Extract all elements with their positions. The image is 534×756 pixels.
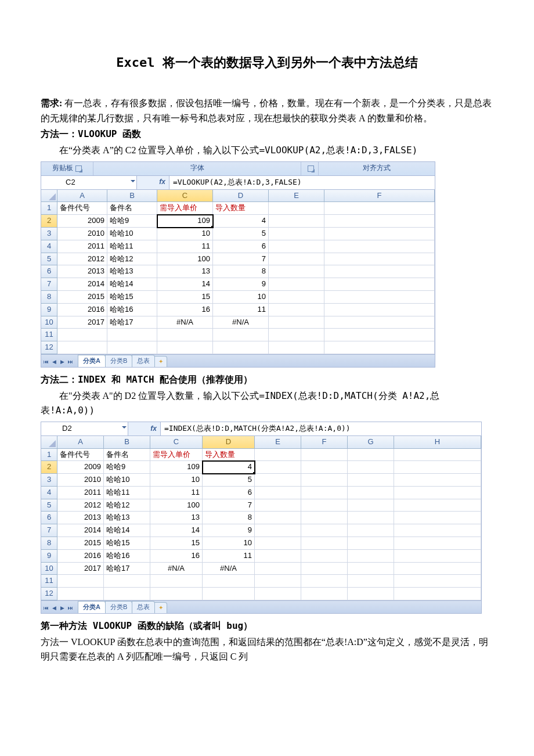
col-header[interactable]: F xyxy=(301,436,348,449)
sheet-tab[interactable]: 分类B xyxy=(105,355,132,367)
cell[interactable] xyxy=(394,474,481,487)
col-header[interactable]: H xyxy=(394,436,481,449)
cell[interactable]: 哈哈12 xyxy=(104,499,150,512)
select-all-corner[interactable] xyxy=(41,190,57,203)
cell[interactable]: 哈哈14 xyxy=(107,278,157,291)
cell[interactable]: 导入数量 xyxy=(203,449,255,462)
cell[interactable]: 5 xyxy=(213,228,269,240)
cell[interactable] xyxy=(394,499,481,512)
cell[interactable] xyxy=(57,329,107,341)
cell[interactable] xyxy=(107,329,157,341)
cell[interactable] xyxy=(324,329,435,341)
cell[interactable]: 6 xyxy=(203,487,255,499)
cell[interactable]: 哈哈11 xyxy=(107,240,157,253)
cell[interactable]: 哈哈9 xyxy=(107,215,157,228)
cell[interactable]: 16 xyxy=(157,304,213,316)
new-sheet-tab[interactable]: ✦ xyxy=(154,356,167,367)
cell[interactable] xyxy=(269,341,324,354)
row-header[interactable]: 2 xyxy=(41,215,57,228)
cell[interactable]: #N/A xyxy=(213,316,269,329)
cell[interactable] xyxy=(269,278,324,291)
cell[interactable] xyxy=(255,461,301,474)
cell[interactable]: 2011 xyxy=(57,487,104,499)
cell[interactable]: 2012 xyxy=(57,499,104,512)
cell[interactable] xyxy=(301,512,348,524)
row-header[interactable]: 10 xyxy=(41,316,57,329)
row-header[interactable]: 6 xyxy=(41,512,57,524)
row-header[interactable]: 10 xyxy=(41,563,57,575)
col-header[interactable]: E xyxy=(269,190,324,203)
cell[interactable] xyxy=(255,575,301,588)
cell[interactable]: 11 xyxy=(203,550,255,563)
formula-bar[interactable]: =INDEX(总表!D:D,MATCH(分类A!A2,总表!A:A,0)) xyxy=(161,422,481,435)
row-header[interactable]: 1 xyxy=(41,202,57,215)
cell[interactable]: 备件代号 xyxy=(57,449,104,462)
row-header[interactable]: 12 xyxy=(41,341,57,354)
fx-button[interactable]: fx xyxy=(128,422,161,435)
cell[interactable] xyxy=(348,499,394,512)
row-header[interactable]: 8 xyxy=(41,537,57,550)
first-tab-icon[interactable]: ⏮ xyxy=(42,358,50,366)
cell[interactable] xyxy=(255,474,301,487)
row-header[interactable]: 12 xyxy=(41,588,57,600)
cell[interactable]: 11 xyxy=(150,487,203,499)
cell[interactable] xyxy=(324,291,435,304)
cell[interactable]: #N/A xyxy=(157,316,213,329)
col-header[interactable]: C xyxy=(150,436,203,449)
cell[interactable] xyxy=(324,215,435,228)
cell[interactable]: 15 xyxy=(150,537,203,550)
cell[interactable] xyxy=(301,537,348,550)
cell[interactable] xyxy=(255,512,301,524)
next-tab-icon[interactable]: ▶ xyxy=(59,358,66,366)
cell[interactable] xyxy=(213,329,269,341)
last-tab-icon[interactable]: ⏭ xyxy=(67,604,74,612)
cell[interactable]: 13 xyxy=(150,512,203,524)
row-header[interactable]: 7 xyxy=(41,278,57,291)
cell[interactable] xyxy=(269,240,324,253)
cell[interactable]: 哈哈16 xyxy=(104,550,150,563)
col-header[interactable]: F xyxy=(324,190,435,203)
cell[interactable] xyxy=(301,487,348,499)
cell[interactable] xyxy=(269,265,324,278)
cell[interactable]: 2013 xyxy=(57,265,107,278)
fx-button[interactable]: fx xyxy=(137,176,169,189)
cell[interactable] xyxy=(324,304,435,316)
cell[interactable]: 13 xyxy=(157,265,213,278)
cell[interactable] xyxy=(255,550,301,563)
cell[interactable] xyxy=(269,304,324,316)
cell[interactable] xyxy=(394,512,481,524)
cell[interactable] xyxy=(255,449,301,462)
name-box[interactable]: D2 xyxy=(41,422,128,435)
cell[interactable]: 导入数量 xyxy=(213,202,269,215)
cell[interactable]: 需导入单价 xyxy=(157,202,213,215)
row-header[interactable]: 9 xyxy=(41,550,57,563)
cell[interactable]: #N/A xyxy=(150,563,203,575)
cell[interactable]: 哈哈13 xyxy=(104,512,150,524)
cell[interactable] xyxy=(269,215,324,228)
col-header[interactable]: G xyxy=(348,436,394,449)
cell[interactable] xyxy=(104,588,150,600)
cell[interactable] xyxy=(269,329,324,341)
cell[interactable]: 2010 xyxy=(57,228,107,240)
cell[interactable]: 5 xyxy=(203,474,255,487)
cell[interactable] xyxy=(255,563,301,575)
cell[interactable]: #N/A xyxy=(203,563,255,575)
cell[interactable] xyxy=(269,316,324,329)
cell[interactable]: 4 xyxy=(213,215,269,228)
sheet-tab[interactable]: 总表 xyxy=(132,355,155,367)
cell[interactable] xyxy=(394,575,481,588)
prev-tab-icon[interactable]: ◀ xyxy=(50,604,58,612)
cell[interactable]: 10 xyxy=(150,474,203,487)
cell[interactable] xyxy=(394,487,481,499)
cell[interactable]: 2015 xyxy=(57,291,107,304)
row-header[interactable]: 4 xyxy=(41,240,57,253)
cell[interactable]: 哈哈15 xyxy=(107,291,157,304)
formula-bar[interactable]: =VLOOKUP(A2,总表!A:D,3,FALSE) xyxy=(169,176,435,189)
cell[interactable] xyxy=(394,550,481,563)
cell[interactable]: 2014 xyxy=(57,524,104,537)
cell[interactable] xyxy=(394,524,481,537)
col-header[interactable]: C xyxy=(157,190,213,203)
tab-nav[interactable]: ⏮ ◀ ▶ ⏭ xyxy=(42,358,74,367)
row-header[interactable]: 1 xyxy=(41,449,57,462)
select-all-corner[interactable] xyxy=(41,436,57,449)
